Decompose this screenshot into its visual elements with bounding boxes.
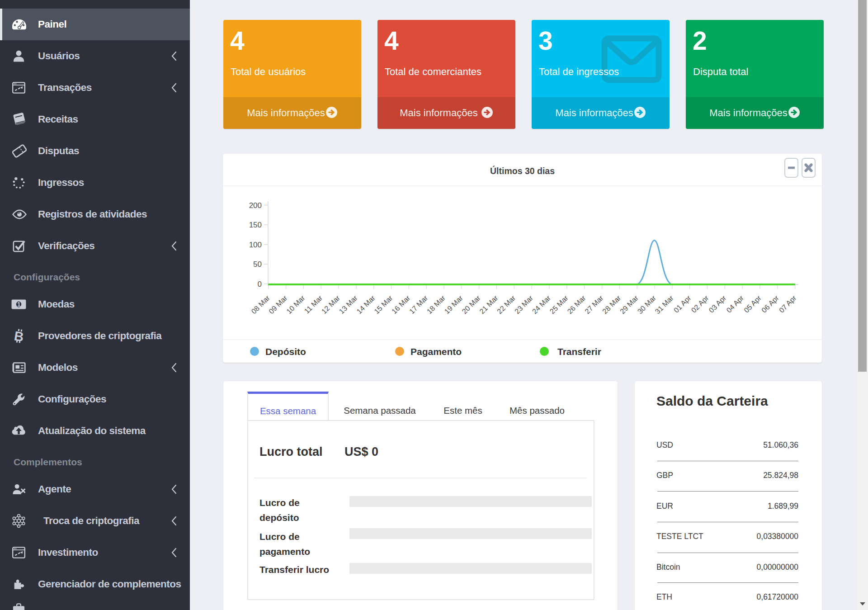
- svg-text:09 Mar: 09 Mar: [267, 294, 289, 316]
- svg-text:50: 50: [253, 260, 262, 269]
- svg-text:28 Mar: 28 Mar: [601, 294, 623, 316]
- svg-text:07 Apr: 07 Apr: [778, 294, 798, 314]
- svg-text:10 Mar: 10 Mar: [285, 294, 307, 316]
- svg-text:08 Mar: 08 Mar: [250, 294, 272, 316]
- svg-text:0: 0: [258, 280, 262, 288]
- svg-text:25 Mar: 25 Mar: [548, 294, 570, 316]
- svg-text:23 Mar: 23 Mar: [513, 294, 535, 316]
- svg-text:27 Mar: 27 Mar: [583, 294, 605, 316]
- svg-text:12 Mar: 12 Mar: [320, 294, 342, 316]
- svg-text:31 Mar: 31 Mar: [654, 294, 675, 316]
- svg-text:01 Apr: 01 Apr: [672, 294, 693, 314]
- svg-text:16 Mar: 16 Mar: [390, 294, 412, 316]
- svg-text:19 Mar: 19 Mar: [443, 294, 465, 316]
- svg-text:17 Mar: 17 Mar: [408, 294, 429, 316]
- svg-text:03 Apr: 03 Apr: [708, 294, 728, 314]
- svg-text:24 Mar: 24 Mar: [531, 294, 552, 316]
- svg-text:29 Mar: 29 Mar: [618, 294, 640, 316]
- svg-text:20 Mar: 20 Mar: [461, 294, 482, 316]
- svg-text:02 Apr: 02 Apr: [690, 294, 710, 314]
- svg-text:18 Mar: 18 Mar: [425, 294, 447, 316]
- svg-text:06 Apr: 06 Apr: [760, 294, 780, 314]
- svg-text:04 Apr: 04 Apr: [725, 294, 745, 314]
- svg-text:26 Mar: 26 Mar: [566, 294, 587, 316]
- svg-text:14 Mar: 14 Mar: [355, 294, 377, 316]
- svg-text:100: 100: [249, 241, 262, 249]
- svg-text:21 Mar: 21 Mar: [478, 294, 500, 316]
- svg-text:200: 200: [249, 201, 262, 210]
- svg-text:1: 1: [17, 301, 21, 308]
- svg-text:15 Mar: 15 Mar: [373, 294, 394, 316]
- svg-text:11 Mar: 11 Mar: [303, 294, 324, 315]
- svg-text:13 Mar: 13 Mar: [338, 294, 359, 316]
- svg-text:30 Mar: 30 Mar: [636, 294, 658, 316]
- svg-text:150: 150: [249, 221, 262, 229]
- svg-text:22 Mar: 22 Mar: [495, 294, 517, 316]
- svg-text:05 Apr: 05 Apr: [742, 294, 763, 314]
